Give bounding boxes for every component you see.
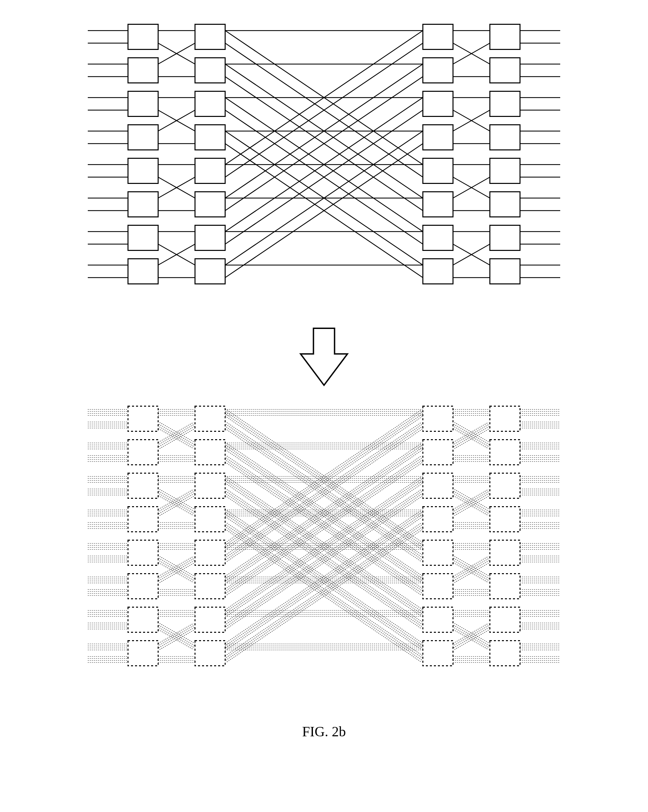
switch-node bbox=[128, 607, 158, 632]
svg-line-220 bbox=[159, 423, 196, 444]
switch-node bbox=[423, 540, 453, 565]
switch-node bbox=[423, 226, 453, 250]
svg-line-271 bbox=[157, 629, 194, 650]
svg-line-366 bbox=[225, 493, 422, 627]
svg-line-290 bbox=[453, 426, 490, 447]
svg-line-270 bbox=[158, 627, 195, 648]
switch-node bbox=[490, 259, 520, 284]
switch-node bbox=[490, 574, 520, 599]
switch-node bbox=[423, 192, 453, 217]
switch-node bbox=[195, 159, 225, 183]
transform-arrow bbox=[56, 322, 592, 395]
svg-line-337 bbox=[453, 625, 489, 646]
top-network bbox=[56, 14, 592, 322]
svg-line-241 bbox=[158, 491, 195, 512]
switch-node bbox=[423, 92, 453, 117]
switch-node bbox=[128, 226, 158, 250]
switch-node bbox=[128, 574, 158, 599]
switch-node bbox=[490, 226, 520, 250]
svg-line-291 bbox=[454, 428, 491, 449]
svg-line-398 bbox=[226, 493, 423, 627]
switch-node bbox=[128, 507, 158, 532]
switch-node bbox=[195, 473, 225, 498]
svg-line-284 bbox=[454, 423, 491, 444]
svg-line-301 bbox=[453, 491, 490, 512]
switch-node bbox=[490, 24, 520, 50]
switch-node bbox=[423, 641, 453, 666]
svg-line-268 bbox=[159, 623, 196, 644]
switch-node bbox=[195, 259, 225, 284]
switch-node bbox=[490, 440, 520, 465]
svg-line-274 bbox=[159, 627, 195, 648]
svg-line-273 bbox=[158, 625, 195, 646]
switch-node bbox=[195, 192, 225, 217]
switch-node bbox=[423, 159, 453, 183]
switch-node bbox=[423, 24, 453, 50]
svg-line-321 bbox=[453, 558, 489, 579]
svg-line-406 bbox=[226, 526, 423, 660]
svg-line-227 bbox=[159, 428, 196, 449]
svg-line-307 bbox=[454, 495, 491, 516]
switch-node bbox=[195, 406, 225, 432]
svg-line-222 bbox=[158, 426, 195, 447]
svg-line-238 bbox=[158, 493, 195, 514]
bottom-network bbox=[56, 395, 592, 704]
switch-node bbox=[128, 58, 158, 83]
switch-node bbox=[128, 159, 158, 183]
switch-node bbox=[490, 607, 520, 632]
svg-line-303 bbox=[452, 495, 489, 516]
svg-line-252 bbox=[159, 556, 196, 577]
switch-node bbox=[195, 440, 225, 465]
switch-node bbox=[195, 641, 225, 666]
svg-line-318 bbox=[453, 560, 489, 581]
switch-node bbox=[128, 92, 158, 117]
svg-line-323 bbox=[454, 562, 491, 583]
svg-line-288 bbox=[452, 423, 489, 444]
svg-line-349 bbox=[226, 424, 423, 558]
switch-node bbox=[128, 473, 158, 498]
svg-line-223 bbox=[157, 428, 194, 449]
switch-node bbox=[423, 607, 453, 632]
svg-line-305 bbox=[453, 491, 489, 512]
switch-node bbox=[423, 440, 453, 465]
switch-node bbox=[423, 507, 453, 532]
switch-node bbox=[490, 507, 520, 532]
svg-line-382 bbox=[226, 426, 423, 560]
figure-caption: FIG. 2b bbox=[56, 723, 592, 740]
switch-node bbox=[490, 540, 520, 565]
switch-node bbox=[490, 58, 520, 83]
svg-line-243 bbox=[159, 495, 196, 516]
svg-line-319 bbox=[452, 562, 489, 583]
svg-line-239 bbox=[157, 495, 194, 516]
svg-line-226 bbox=[159, 426, 195, 447]
switch-node bbox=[195, 92, 225, 117]
svg-line-221 bbox=[159, 424, 195, 445]
switch-node bbox=[195, 540, 225, 565]
switch-node bbox=[128, 440, 158, 465]
svg-line-339 bbox=[454, 629, 491, 650]
svg-line-286 bbox=[453, 426, 489, 447]
svg-line-289 bbox=[453, 424, 489, 445]
svg-line-285 bbox=[453, 424, 490, 445]
svg-line-381 bbox=[225, 424, 422, 558]
switch-node bbox=[195, 507, 225, 532]
svg-line-256 bbox=[157, 556, 194, 577]
switch-node bbox=[423, 406, 453, 432]
switch-node bbox=[128, 125, 158, 150]
switch-node bbox=[195, 226, 225, 250]
switch-node bbox=[195, 58, 225, 83]
svg-line-304 bbox=[452, 489, 489, 511]
svg-line-258 bbox=[159, 560, 195, 581]
svg-line-316 bbox=[454, 556, 491, 577]
svg-line-358 bbox=[225, 459, 422, 593]
switch-node bbox=[423, 125, 453, 150]
svg-line-332 bbox=[454, 623, 491, 644]
svg-line-242 bbox=[159, 493, 195, 514]
svg-line-317 bbox=[453, 558, 490, 579]
down-arrow-icon bbox=[301, 328, 347, 385]
switch-node bbox=[128, 259, 158, 284]
svg-line-322 bbox=[453, 560, 490, 581]
figure-container: FIG. 2b bbox=[56, 14, 592, 740]
svg-line-334 bbox=[453, 627, 489, 648]
svg-line-336 bbox=[452, 623, 489, 644]
